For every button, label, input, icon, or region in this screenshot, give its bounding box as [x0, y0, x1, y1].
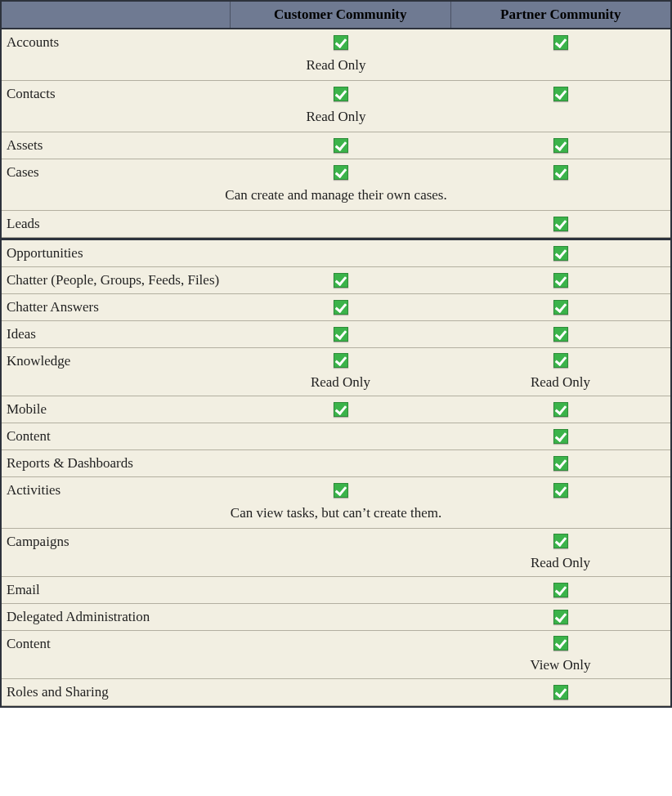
check-icon — [553, 300, 568, 315]
header-feature — [2, 2, 231, 28]
check-icon — [334, 35, 348, 50]
table-row-main: Accounts — [2, 29, 670, 56]
partner-note: View Only — [530, 652, 590, 673]
header-customer-community: Customer Community — [231, 2, 451, 28]
partner-community-cell: Read Only — [450, 348, 670, 396]
partner-community-cell — [450, 577, 670, 603]
table-row: Delegated Administration — [2, 604, 670, 631]
table-row: Assets — [2, 132, 670, 159]
partner-community-cell: Read Only — [450, 529, 670, 576]
feature-name: Delegated Administration — [2, 604, 231, 630]
table-row: Roles and Sharing — [2, 679, 670, 706]
customer-community-cell — [231, 159, 450, 186]
table-row: Chatter (People, Groups, Feeds, Files) — [2, 267, 670, 294]
feature-name: Content — [2, 423, 231, 449]
partner-community-cell — [450, 211, 670, 237]
partner-community-cell — [450, 396, 670, 423]
check-icon — [334, 353, 348, 368]
row-span-note: Read Only — [2, 107, 670, 132]
customer-community-cell — [231, 423, 450, 449]
feature-name: Reports & Dashboards — [2, 450, 231, 476]
check-icon — [553, 534, 568, 548]
row-span-note: Can view tasks, but can’t create them. — [2, 503, 670, 528]
customer-community-cell — [231, 631, 450, 678]
check-icon — [553, 583, 568, 597]
table-row: CasesCan create and manage their own cas… — [2, 159, 670, 211]
customer-community-cell — [231, 450, 450, 476]
customer-community-cell — [231, 132, 450, 159]
check-icon — [334, 402, 348, 417]
check-icon — [334, 327, 348, 342]
check-icon — [553, 483, 568, 498]
feature-name: Opportunities — [2, 240, 231, 266]
partner-community-cell — [450, 29, 670, 56]
table-row: CampaignsRead Only — [2, 529, 670, 577]
partner-note: Read Only — [531, 369, 590, 391]
feature-name: Chatter (People, Groups, Feeds, Files) — [2, 267, 231, 293]
check-icon — [334, 300, 348, 315]
check-icon — [334, 483, 348, 498]
check-icon — [334, 273, 348, 288]
partner-note: Read Only — [531, 550, 590, 571]
customer-note: Read Only — [311, 369, 370, 391]
customer-community-cell — [231, 321, 450, 347]
partner-community-cell — [450, 294, 670, 320]
feature-name: Assets — [2, 132, 231, 159]
customer-community-cell — [231, 29, 450, 56]
table-row-main: Roles and Sharing — [2, 679, 670, 705]
check-icon — [553, 456, 568, 471]
customer-community-cell — [231, 267, 450, 293]
partner-community-cell — [450, 679, 670, 705]
partner-community-cell — [450, 159, 670, 186]
check-icon — [553, 610, 568, 624]
table-row: AccountsRead Only — [2, 29, 670, 81]
check-icon — [553, 165, 568, 180]
table-row-main: Reports & Dashboards — [2, 450, 670, 476]
feature-name: Content — [2, 631, 231, 678]
table-row-main: Email — [2, 577, 670, 603]
feature-name: Accounts — [2, 29, 231, 56]
partner-community-cell — [450, 450, 670, 476]
partner-community-cell — [450, 81, 670, 107]
table-header-row: Customer Community Partner Community — [2, 2, 670, 29]
customer-community-cell — [231, 529, 450, 576]
customer-community-cell — [231, 477, 450, 503]
table-row: Chatter Answers — [2, 294, 670, 321]
partner-community-cell — [450, 477, 670, 503]
partner-community-cell — [450, 604, 670, 630]
feature-name: Knowledge — [2, 348, 231, 396]
check-icon — [553, 273, 568, 288]
customer-community-cell: Read Only — [231, 348, 450, 396]
feature-name: Leads — [2, 211, 231, 237]
customer-community-cell — [231, 240, 450, 266]
feature-name: Ideas — [2, 321, 231, 347]
table-row: Mobile — [2, 396, 670, 423]
customer-community-cell — [231, 396, 450, 423]
table-row: ActivitiesCan view tasks, but can’t crea… — [2, 477, 670, 529]
check-icon — [553, 429, 568, 444]
row-span-note: Read Only — [2, 56, 670, 80]
check-icon — [553, 35, 568, 50]
customer-community-cell — [231, 679, 450, 705]
customer-community-cell — [231, 211, 450, 237]
table-row: KnowledgeRead OnlyRead Only — [2, 348, 670, 396]
table-row-main: Chatter (People, Groups, Feeds, Files) — [2, 267, 670, 293]
feature-name: Contacts — [2, 81, 231, 107]
table-row-main: Chatter Answers — [2, 294, 670, 320]
check-icon — [553, 246, 568, 261]
partner-community-cell — [450, 423, 670, 449]
check-icon — [334, 87, 348, 101]
feature-name: Campaigns — [2, 529, 231, 576]
table-row: Email — [2, 577, 670, 604]
check-icon — [553, 327, 568, 342]
table-row: Reports & Dashboards — [2, 450, 670, 477]
customer-community-cell — [231, 294, 450, 320]
table-row-main: Ideas — [2, 321, 670, 347]
customer-community-cell — [231, 81, 450, 107]
table-body: AccountsRead OnlyContactsRead OnlyAssets… — [2, 29, 670, 706]
check-icon — [334, 138, 348, 153]
partner-community-cell — [450, 132, 670, 159]
check-icon — [553, 87, 568, 101]
table-row-main: CampaignsRead Only — [2, 529, 670, 576]
table-row-main: Contacts — [2, 81, 670, 107]
